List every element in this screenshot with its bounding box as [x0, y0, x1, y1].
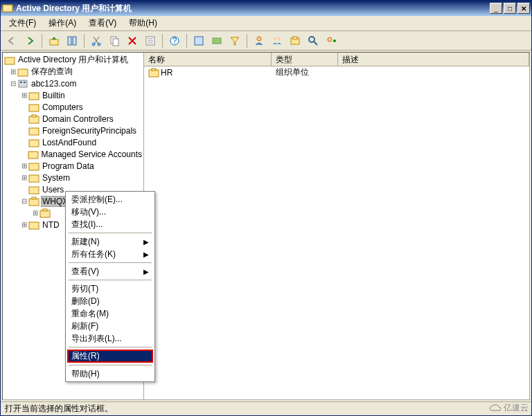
new-group-button[interactable] — [269, 33, 285, 49]
tree-dc[interactable]: Domain Controllers — [3, 113, 143, 125]
menu-action[interactable]: 操作(A) — [43, 16, 82, 30]
submenu-arrow-icon: ▶ — [143, 238, 149, 246]
expander-icon[interactable]: ⊞ — [19, 162, 28, 170]
tree-root-label: Active Directory 用户和计算机 — [17, 54, 130, 66]
tree-msa[interactable]: Managed Service Accounts — [3, 148, 143, 160]
show-hide-button[interactable] — [64, 33, 80, 49]
expander-icon[interactable]: ⊟ — [19, 197, 28, 205]
svg-point-18 — [278, 37, 281, 40]
svg-point-17 — [274, 37, 276, 40]
svg-point-16 — [257, 37, 261, 41]
menu-help[interactable]: 帮助(H) — [123, 16, 163, 30]
toolbar: ? — [1, 31, 531, 51]
expander-icon[interactable]: ⊞ — [19, 174, 28, 181]
svg-rect-3 — [73, 37, 76, 45]
back-button[interactable] — [3, 33, 20, 49]
tree-fsp[interactable]: ForeignSecurityPrincipals — [3, 125, 143, 136]
domain-icon — [17, 78, 28, 89]
new-user-button[interactable] — [251, 33, 267, 49]
ctx-delete[interactable]: 删除(D) — [67, 295, 153, 307]
tree-label: NTD — [41, 220, 61, 230]
svg-rect-7 — [113, 39, 118, 46]
ctx-help[interactable]: 帮助(H) — [67, 368, 153, 380]
svg-rect-15 — [213, 38, 221, 44]
folder-icon — [28, 219, 39, 230]
tree-label: Builtin — [41, 91, 66, 100]
close-button[interactable]: ✕ — [517, 3, 530, 14]
tree-label: abc123.com — [30, 79, 78, 89]
expander-icon[interactable]: ⊞ — [30, 209, 39, 217]
tree-system[interactable]: ⊞System — [3, 172, 143, 183]
expander-icon[interactable]: ⊟ — [8, 80, 17, 87]
minimize-button[interactable]: _ — [490, 3, 502, 14]
maximize-button[interactable]: □ — [504, 3, 516, 14]
ctx-rename[interactable]: 重命名(M) — [67, 307, 153, 320]
submenu-arrow-icon: ▶ — [143, 251, 149, 258]
forward-button[interactable] — [21, 33, 38, 49]
filter-button[interactable] — [227, 33, 243, 49]
svg-rect-36 — [29, 163, 39, 170]
list-row[interactable]: HR 组织单位 — [144, 66, 529, 78]
list-header: 名称 类型 描述 — [144, 53, 529, 66]
folder-icon — [28, 172, 39, 183]
tree-root[interactable]: Active Directory 用户和计算机 — [3, 54, 143, 66]
app-icon — [2, 3, 13, 14]
col-name[interactable]: 名称 — [144, 53, 272, 66]
menu-view[interactable]: 查看(V) — [83, 16, 122, 30]
col-desc[interactable]: 描述 — [338, 53, 529, 66]
cut-button[interactable] — [88, 33, 105, 49]
new-ou-button[interactable] — [287, 33, 303, 49]
ctx-delegate[interactable]: 委派控制(E)... — [67, 193, 153, 206]
svg-text:?: ? — [172, 36, 177, 46]
svg-point-5 — [98, 43, 100, 46]
svg-rect-27 — [20, 82, 22, 83]
watermark: 亿速云 — [488, 402, 529, 414]
ctx-cut[interactable]: 剪切(T) — [67, 282, 153, 295]
ctx-view[interactable]: 查看(V)▶ — [67, 265, 153, 278]
ad-icon-2[interactable] — [209, 33, 225, 49]
ctx-properties[interactable]: 属性(R) — [67, 350, 153, 363]
ctx-label: 所有任务(K) — [71, 248, 116, 260]
tree-label: Managed Service Accounts — [40, 150, 143, 159]
ad-icon-1[interactable] — [190, 33, 207, 49]
tree-lostfound[interactable]: LostAndFound — [3, 136, 143, 148]
col-type[interactable]: 类型 — [272, 53, 338, 66]
copy-button[interactable] — [106, 33, 123, 49]
ou-icon — [28, 114, 39, 125]
main-window: Active Directory 用户和计算机 _ □ ✕ 文件(F) 操作(A… — [0, 0, 532, 416]
tree-builtin[interactable]: ⊞Builtin — [3, 89, 143, 101]
help-button[interactable]: ? — [166, 33, 183, 49]
expander-icon[interactable]: ⊞ — [8, 68, 17, 75]
find-button[interactable] — [305, 33, 321, 49]
ctx-all-tasks[interactable]: 所有任务(K)▶ — [67, 248, 153, 260]
svg-rect-30 — [29, 105, 39, 111]
svg-rect-32 — [32, 115, 36, 117]
ctx-move[interactable]: 移动(V)... — [67, 206, 153, 218]
expander-icon[interactable]: ⊞ — [19, 91, 28, 99]
svg-rect-1 — [50, 39, 58, 45]
svg-rect-40 — [32, 197, 36, 199]
expander-icon[interactable]: ⊞ — [19, 221, 28, 228]
ctx-refresh[interactable]: 刷新(F) — [67, 320, 153, 332]
ctx-label: 新建(N) — [71, 236, 100, 248]
svg-rect-29 — [29, 93, 39, 100]
tree-label: System — [41, 173, 71, 183]
up-button[interactable] — [46, 33, 62, 49]
list-body: HR 组织单位 — [144, 66, 529, 399]
properties-button[interactable] — [142, 33, 159, 49]
tree-domain[interactable]: ⊟ abc123.com — [3, 78, 143, 89]
add-to-group-button[interactable] — [323, 33, 339, 49]
svg-rect-37 — [29, 175, 39, 182]
ctx-export[interactable]: 导出列表(L)... — [67, 332, 153, 345]
svg-rect-0 — [3, 5, 12, 12]
delete-button[interactable] — [124, 33, 141, 49]
tree-computers[interactable]: Computers — [3, 101, 143, 113]
tree-programdata[interactable]: ⊞Program Data — [3, 160, 143, 172]
ctx-separator — [69, 280, 152, 280]
ctx-find[interactable]: 查找(I)... — [67, 218, 153, 230]
tree-saved-queries[interactable]: ⊞ 保存的查询 — [3, 66, 143, 78]
tree-label: 保存的查询 — [30, 66, 74, 78]
tree-label: Program Data — [41, 161, 96, 171]
ctx-new[interactable]: 新建(N)▶ — [67, 235, 153, 248]
menu-file[interactable]: 文件(F) — [3, 16, 42, 30]
